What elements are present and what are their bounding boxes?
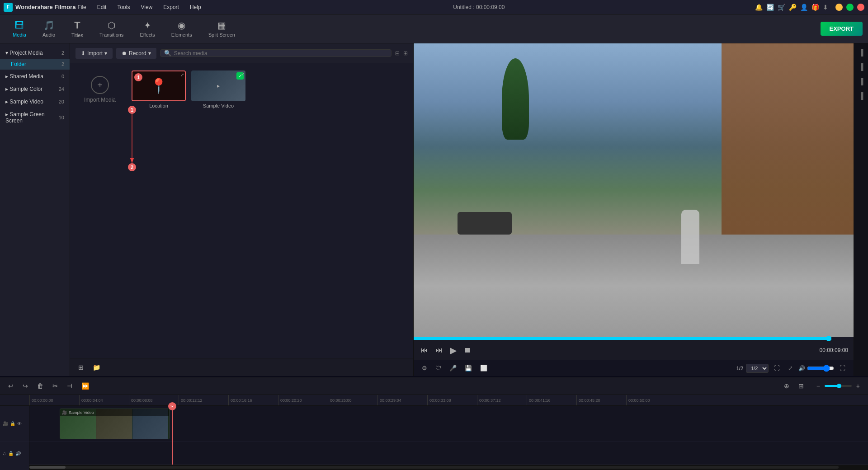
search-input[interactable] xyxy=(174,50,387,56)
logo-icon: F xyxy=(4,3,13,12)
location-expand-icon: ⤢ xyxy=(180,72,184,77)
record-icon: ⏺ xyxy=(122,50,127,56)
menu-file[interactable]: File xyxy=(75,3,88,11)
next-frame-button[interactable]: ⏭ xyxy=(434,344,444,356)
sidebar-group-project: ▾ Project Media 2 Folder 2 xyxy=(0,47,70,70)
media-item-location[interactable]: 📍 1 ⤢ Location xyxy=(132,70,186,108)
toolbar-elements[interactable]: ◉ Elements xyxy=(164,17,199,40)
lock-icon[interactable]: 🔒 xyxy=(10,421,15,426)
right-icon-2[interactable]: ▐ xyxy=(857,61,865,72)
maximize-button[interactable]: □ xyxy=(846,4,854,11)
redo-button[interactable]: ↪ xyxy=(20,381,31,391)
titles-label: Titles xyxy=(71,33,83,38)
import-chevron: ▾ xyxy=(104,50,107,56)
gift-icon[interactable]: 🎁 xyxy=(811,4,819,11)
toolbar-titles[interactable]: T Titles xyxy=(64,17,90,41)
close-button[interactable]: ✕ xyxy=(857,4,864,11)
media-item-samplevideo[interactable]: ▶ ✓ ⤢ Sample Video xyxy=(191,70,245,108)
zoom-in-button[interactable]: + xyxy=(854,381,863,391)
snap-button[interactable]: ⊞ xyxy=(796,381,807,391)
samplevideo-thumbnail: ▶ ✓ ⤢ xyxy=(191,70,245,101)
sidebar-header-shared[interactable]: ▸ Shared Media 0 xyxy=(0,70,70,82)
save-frame-icon[interactable]: 💾 xyxy=(462,363,475,373)
delete-button[interactable]: 🗑 xyxy=(34,381,46,391)
sidebar-item-folder[interactable]: Folder 2 xyxy=(0,59,70,70)
toolbar-effects[interactable]: ✦ Effects xyxy=(132,17,162,40)
import-media-placeholder[interactable]: + Import Media xyxy=(77,70,123,108)
record-button[interactable]: ⏺ Record ▾ xyxy=(116,48,156,59)
cut-button[interactable]: ✂ xyxy=(50,381,61,391)
key-icon[interactable]: 🔑 xyxy=(789,4,797,11)
trim-button[interactable]: ⊣ xyxy=(64,381,75,391)
mic-icon[interactable]: 🎤 xyxy=(447,363,459,373)
sidebar-greenscreen-label: ▸ Sample Green Screen xyxy=(5,111,59,124)
ruler-mark-9: 00:00:37:12 xyxy=(477,395,527,406)
sidebar-project-count: 2 xyxy=(61,50,64,56)
add-marker-button[interactable]: ⊕ xyxy=(781,381,792,391)
audio-icon: 🎵 xyxy=(43,20,55,31)
import-label: Import xyxy=(87,50,103,56)
fullscreen-icon[interactable]: ⛶ xyxy=(771,363,783,373)
shield-icon[interactable]: 🛡 xyxy=(433,363,444,373)
shrink-icon[interactable]: ⤢ xyxy=(785,363,796,373)
sidebar-header-project[interactable]: ▾ Project Media 2 xyxy=(0,47,70,59)
zoom-out-button[interactable]: − xyxy=(814,381,823,391)
right-icon-4[interactable]: ▐ xyxy=(857,90,865,101)
minimize-button[interactable]: – xyxy=(835,4,843,11)
sidebar-header-samplecolor[interactable]: ▸ Sample Color 24 xyxy=(0,83,70,95)
audio-lock-icon[interactable]: 🔒 xyxy=(8,451,14,456)
settings-icon[interactable]: ⚙ xyxy=(419,363,430,373)
toolbar-audio[interactable]: 🎵 Audio xyxy=(35,17,62,40)
sidebar-header-samplevideo[interactable]: ▸ Sample Video 20 xyxy=(0,96,70,108)
right-icon-3[interactable]: ▐ xyxy=(857,76,865,87)
menu-bar: File Edit Tools View Export Help xyxy=(75,3,203,11)
stop-button[interactable]: ⏹ xyxy=(462,344,473,356)
prev-frame-button[interactable]: ⏮ xyxy=(419,344,430,356)
scrollbar-thumb[interactable] xyxy=(29,466,66,469)
folder-count: 2 xyxy=(61,61,64,67)
sidebar-group-shared: ▸ Shared Media 0 xyxy=(0,70,70,82)
expand-icon[interactable]: ⛶ xyxy=(837,363,848,373)
menu-view[interactable]: View xyxy=(139,3,154,11)
sidebar-shared-label: ▸ Shared Media xyxy=(5,73,43,80)
import-button[interactable]: ⬇ Import ▾ xyxy=(75,48,113,59)
add-track-button[interactable]: ⊞ xyxy=(75,362,86,373)
sidebar: ▾ Project Media 2 Folder 2 ▸ Shared Medi… xyxy=(0,43,70,376)
menu-export[interactable]: Export xyxy=(161,3,181,11)
eye-icon[interactable]: 👁 xyxy=(17,421,22,426)
media-panel: ⬇ Import ▾ ⏺ Record ▾ 🔍 ⊟ ⊞ + Import xyxy=(70,43,414,376)
user-icon[interactable]: 👤 xyxy=(800,4,808,11)
playhead: ✂ xyxy=(172,406,173,465)
right-icon-1[interactable]: ▐ xyxy=(857,47,865,58)
transitions-label: Transitions xyxy=(99,32,123,38)
play-button[interactable]: ▶ xyxy=(448,343,458,357)
crop-icon[interactable]: ⬜ xyxy=(477,363,490,373)
sidebar-header-greenscreen[interactable]: ▸ Sample Green Screen 10 xyxy=(0,108,70,127)
ruler-marks: 00:00:00:00 00:00:04:04 00:00:08:08 00:0… xyxy=(29,395,868,406)
svg-text:2: 2 xyxy=(131,164,133,170)
sync-icon[interactable]: 🔄 xyxy=(766,4,774,11)
bell-icon[interactable]: 🔔 xyxy=(755,4,763,11)
undo-button[interactable]: ↩ xyxy=(5,381,16,391)
timeline-content: 🎥 🔒 👁 ♫ 🔒 🔊 00:00:00:00 00:00:04:04 00:0… xyxy=(0,395,868,470)
record-chevron: ▾ xyxy=(148,50,151,56)
grid-icon[interactable]: ⊞ xyxy=(403,50,408,56)
menu-edit[interactable]: Edit xyxy=(95,3,108,11)
toolbar-transitions[interactable]: ⬡ Transitions xyxy=(92,17,131,40)
filter-icon[interactable]: ⊟ xyxy=(395,50,400,56)
speed-button[interactable]: ⏩ xyxy=(79,381,92,391)
download-icon[interactable]: ⬇ xyxy=(823,4,828,11)
export-button[interactable]: EXPORT xyxy=(821,22,863,36)
audio-speaker-icon[interactable]: 🔊 xyxy=(15,451,21,456)
toolbar-media[interactable]: 🎞 Media xyxy=(5,18,33,40)
volume-slider[interactable] xyxy=(807,365,834,372)
menu-help[interactable]: Help xyxy=(188,3,203,11)
cart-icon[interactable]: 🛒 xyxy=(778,4,785,11)
video-clip-samplevideo[interactable]: 🎥 Sample Video xyxy=(60,409,170,439)
toolbar-splitscreen[interactable]: ▦ Split Screen xyxy=(201,17,242,40)
speed-select[interactable]: 1/2 1/1 2x xyxy=(746,364,769,373)
timeline-scroll[interactable]: 00:00:00:00 00:00:04:04 00:00:08:08 00:0… xyxy=(29,395,868,470)
folder-button[interactable]: 📁 xyxy=(90,362,103,373)
timeline-area: ↩ ↪ 🗑 ✂ ⊣ ⏩ ⊕ ⊞ − + 🎥 🔒 👁 xyxy=(0,376,868,470)
menu-tools[interactable]: Tools xyxy=(115,3,132,11)
